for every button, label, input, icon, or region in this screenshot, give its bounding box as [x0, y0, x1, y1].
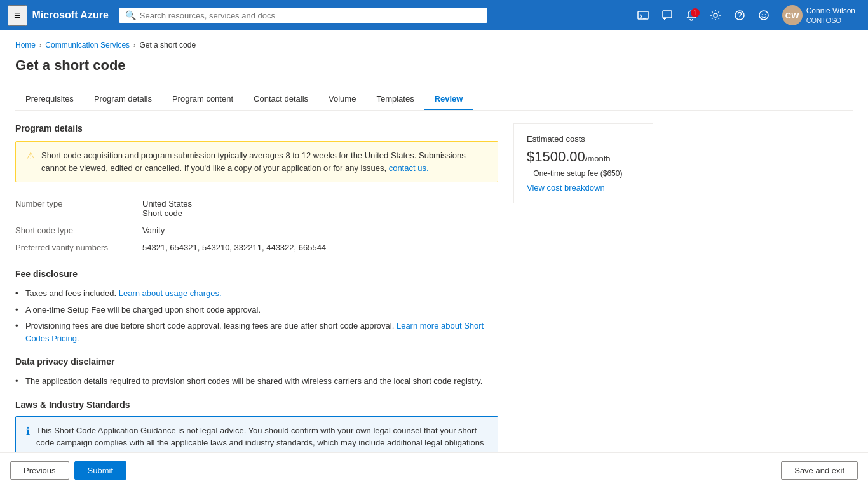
breadcrumb-sep-1: ›	[39, 42, 41, 49]
user-menu[interactable]: CW Connie Wilson CONTOSO	[777, 3, 860, 28]
view-cost-breakdown-link[interactable]: View cost breakdown	[527, 183, 605, 193]
page-title: Get a short code	[15, 57, 853, 74]
submit-button[interactable]: Submit	[74, 461, 126, 480]
help-button[interactable]	[729, 6, 750, 25]
details-row-vanity-numbers: Preferred vanity numbers 54321, 654321, …	[15, 239, 498, 256]
search-input[interactable]	[140, 11, 481, 20]
contact-us-link[interactable]: contact us.	[389, 163, 429, 173]
details-row-short-code-type: Short code type Vanity	[15, 222, 498, 239]
settings-button[interactable]	[705, 6, 726, 25]
svg-rect-0	[638, 11, 648, 19]
tab-prerequisites[interactable]: Prerequisites	[15, 89, 84, 110]
number-type-label: Number type	[15, 199, 142, 218]
azure-logo: Microsoft Azure	[32, 10, 109, 21]
bottom-bar: Previous Submit Save and exit	[0, 452, 868, 488]
estimated-costs-title: Estimated costs	[527, 134, 640, 144]
short-code-type-value: Vanity	[142, 226, 165, 235]
warning-text: Short code acquisition and program submi…	[41, 149, 487, 174]
vanity-numbers-label: Preferred vanity numbers	[15, 243, 142, 252]
tab-templates[interactable]: Templates	[366, 89, 424, 110]
content-main: Program details ⚠ Short code acquisition…	[15, 123, 498, 482]
breadcrumb-sep-2: ›	[133, 42, 135, 49]
svg-rect-2	[663, 11, 672, 18]
smiley-button[interactable]	[753, 6, 775, 25]
top-navigation: ≡ Microsoft Azure 🔍 1 CW Connie Wilson	[0, 0, 868, 30]
user-org: CONTOSO	[806, 17, 855, 24]
breadcrumb-current: Get a short code	[139, 41, 196, 50]
breadcrumb-home[interactable]: Home	[15, 41, 36, 50]
tab-navigation: Prerequisites Program details Program co…	[15, 89, 853, 111]
cost-period: /month	[585, 154, 611, 163]
estimated-costs-card: Estimated costs $1500.00/month + One-tim…	[513, 123, 653, 203]
list-item: The application details required to prov…	[15, 373, 498, 390]
short-code-type-label: Short code type	[15, 226, 142, 235]
feedback-button[interactable]	[656, 6, 678, 25]
main-content: Home › Communication Services › Get a sh…	[0, 30, 868, 488]
breadcrumb-service[interactable]: Communication Services	[45, 41, 130, 50]
warning-icon: ⚠	[26, 150, 35, 174]
laws-title: Laws & Industry Standards	[15, 400, 498, 410]
breadcrumb: Home › Communication Services › Get a sh…	[15, 41, 853, 50]
number-type-value: United StatesShort code	[142, 199, 192, 218]
content-area: Program details ⚠ Short code acquisition…	[15, 123, 853, 482]
data-privacy-title: Data privacy disclaimer	[15, 356, 498, 367]
previous-button[interactable]: Previous	[10, 461, 69, 480]
notification-button[interactable]: 1	[681, 6, 702, 25]
tab-program-details[interactable]: Program details	[84, 89, 162, 110]
svg-point-7	[761, 14, 763, 15]
svg-point-3	[714, 13, 717, 17]
notification-badge: 1	[691, 8, 700, 17]
tab-volume[interactable]: Volume	[318, 89, 366, 110]
cloud-shell-button[interactable]	[632, 6, 654, 25]
details-table: Number type United StatesShort code Shor…	[15, 195, 498, 256]
search-icon: 🔍	[125, 10, 136, 20]
fee-disclosure-title: Fee disclosure	[15, 269, 498, 279]
tab-contact-details[interactable]: Contact details	[243, 89, 318, 110]
vanity-numbers-value: 54321, 654321, 543210, 332211, 443322, 6…	[142, 243, 326, 252]
svg-point-6	[759, 11, 768, 20]
nav-icons: 1 CW Connie Wilson CONTOSO	[632, 3, 860, 28]
usage-charges-link[interactable]: Learn about usage charges.	[119, 288, 222, 298]
fee-disclosure-list: Taxes and fees included. Learn about usa…	[15, 285, 498, 346]
list-item: Taxes and fees included. Learn about usa…	[15, 285, 498, 302]
cost-amount: $1500.00	[527, 149, 585, 165]
svg-point-5	[739, 18, 740, 19]
cost-setup-fee: + One-time setup fee ($650)	[527, 169, 640, 178]
tab-review[interactable]: Review	[424, 89, 473, 110]
list-item: A one-time Setup Fee will be charged upo…	[15, 302, 498, 318]
data-privacy-list: The application details required to prov…	[15, 373, 498, 390]
list-item: Provisioning fees are due before short c…	[15, 318, 498, 346]
avatar: CW	[782, 5, 803, 25]
program-details-title: Program details	[15, 123, 498, 133]
search-bar: 🔍	[119, 8, 487, 23]
save-exit-button[interactable]: Save and exit	[781, 461, 858, 480]
hamburger-menu-button[interactable]: ≡	[8, 5, 27, 26]
warning-alert: ⚠ Short code acquisition and program sub…	[15, 141, 498, 182]
svg-point-8	[764, 14, 766, 15]
short-codes-pricing-link[interactable]: Learn more about Short Codes Pricing.	[25, 321, 484, 343]
user-name: Connie Wilson	[806, 6, 855, 17]
details-row-number-type: Number type United StatesShort code	[15, 195, 498, 222]
tab-program-content[interactable]: Program content	[162, 89, 243, 110]
